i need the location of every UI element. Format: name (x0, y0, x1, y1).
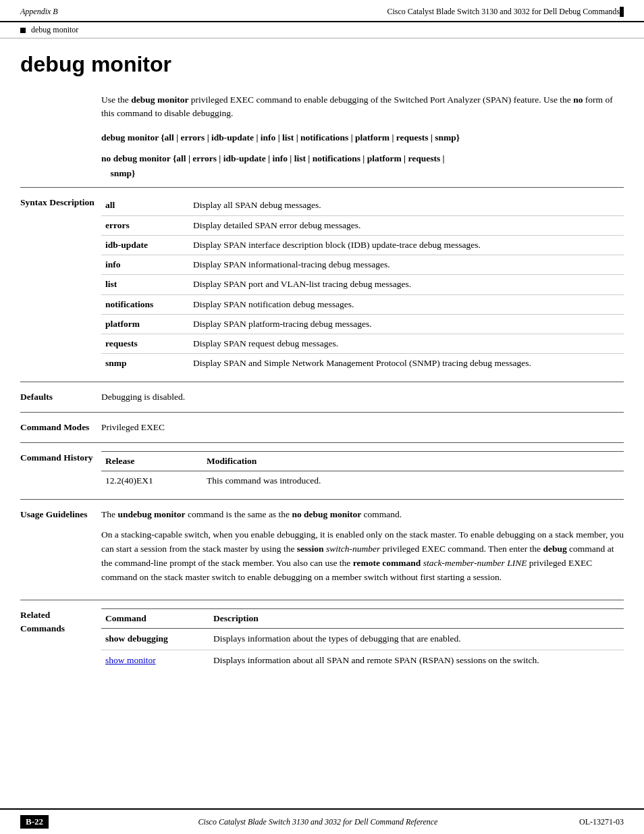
debug-bold: debug (543, 544, 566, 554)
command-modes-content: Privileged EXEC (101, 421, 624, 434)
command-modes-section: Command Modes Privileged EXEC (20, 412, 624, 442)
defaults-section: Defaults Debugging is disabled. (20, 382, 624, 412)
syntax-def: Display SPAN notification debug messages… (189, 294, 624, 314)
syntax-def: Display SPAN informational-tracing debug… (189, 255, 624, 275)
footer-center: Cisco Catalyst Blade Switch 3130 and 303… (57, 817, 579, 827)
syntax-term: errors (101, 215, 189, 235)
syntax-table-row: infoDisplay SPAN informational-tracing d… (101, 255, 624, 275)
related-cmd-row: show monitorDisplays information about a… (101, 650, 624, 671)
syntax-term: notifications (101, 294, 189, 314)
main-content: debug monitor Use the debug monitor priv… (0, 38, 644, 692)
page-footer: B-22 Cisco Catalyst Blade Switch 3130 an… (0, 808, 644, 834)
syntax-term: list (101, 275, 189, 294)
footer-left: B-22 (20, 815, 57, 829)
related-commands-content: Command Description show debuggingDispla… (101, 608, 624, 671)
command-modes-label: Command Modes (20, 421, 101, 434)
usage-guidelines-content: The undebug monitor command is the same … (101, 508, 624, 592)
stack-member-italic: stack-member-number LINE (423, 558, 527, 568)
syntax-table-row: snmpDisplay SPAN and Simple Network Mana… (101, 354, 624, 373)
syntax-cmd1: debug monitor {all | errors | idb-update… (101, 132, 460, 142)
intro-bold: debug monitor (131, 95, 188, 105)
syntax-term: requests (101, 334, 189, 354)
rel-cmd-col1: Command (101, 609, 209, 629)
header-right-text: Cisco Catalyst Blade Switch 3130 and 303… (387, 7, 620, 17)
rel-cmd-col2: Description (209, 609, 624, 629)
intro-paragraph: Use the debug monitor privileged EXEC co… (101, 93, 624, 121)
session-bold: session (297, 544, 324, 554)
syntax-def: Display SPAN platform-tracing debug mess… (189, 314, 624, 334)
syntax-description-section: Syntax Description allDisplay all SPAN d… (20, 187, 624, 381)
syntax-def: Display all SPAN debug messages. (189, 196, 624, 215)
intro-text-post: privileged EXEC command to enable debugg… (188, 95, 573, 105)
page-header: Appendix B Cisco Catalyst Blade Switch 3… (0, 0, 644, 22)
syntax-term: snmp (101, 354, 189, 373)
header-right-bar (620, 7, 624, 17)
syntax-def: Display SPAN port and VLAN-list tracing … (189, 275, 624, 294)
command-history-table: Release Modification 12.2(40)EX1This com… (101, 451, 624, 491)
syntax-table-row: listDisplay SPAN port and VLAN-list trac… (101, 275, 624, 294)
syntax-def: Display SPAN and Simple Network Manageme… (189, 354, 624, 373)
intro-text-pre: Use the (101, 95, 131, 105)
syntax-table-row: notificationsDisplay SPAN notification d… (101, 294, 624, 314)
syntax-line2: no debug monitor {all | errors | idb-upd… (101, 151, 624, 180)
command-history-content: Release Modification 12.2(40)EX1This com… (101, 451, 624, 491)
syntax-table-row: idb-updateDisplay SPAN interface descrip… (101, 235, 624, 255)
related-cmd-name: show debugging (101, 629, 209, 650)
syntax-term: idb-update (101, 235, 189, 255)
cmd-history-release: 12.2(40)EX1 (101, 471, 203, 491)
syntax-def: Display SPAN interface description block… (189, 235, 624, 255)
usage-guidelines-label: Usage Guidelines (20, 508, 101, 592)
syntax-table-row: allDisplay all SPAN debug messages. (101, 196, 624, 215)
syntax-line1: debug monitor {all | errors | idb-update… (101, 130, 624, 145)
syntax-def: Display SPAN request debug messages. (189, 334, 624, 354)
related-commands-label: Related Commands (20, 608, 101, 671)
command-history-section: Command History Release Modification 12.… (20, 442, 624, 499)
syntax-term: info (101, 255, 189, 275)
syntax-cmd2: no debug monitor {all | errors | idb-upd… (101, 153, 445, 178)
syntax-description-content: allDisplay all SPAN debug messages.error… (101, 196, 624, 373)
related-cmd-link[interactable]: show monitor (105, 655, 156, 665)
footer-right: OL-13271-03 (579, 817, 624, 827)
syntax-term: platform (101, 314, 189, 334)
syntax-table-row: requestsDisplay SPAN request debug messa… (101, 334, 624, 354)
breadcrumb-text: debug monitor (31, 25, 78, 35)
page-title: debug monitor (20, 52, 624, 77)
defaults-content: Debugging is disabled. (101, 390, 624, 404)
syntax-table-row: errorsDisplay detailed SPAN error debug … (101, 215, 624, 235)
header-left: Appendix B (20, 7, 58, 17)
header-right-group: Cisco Catalyst Blade Switch 3130 and 303… (387, 7, 624, 17)
undebug-bold: undebug monitor (117, 509, 185, 519)
no-debug-bold: no debug monitor (292, 509, 361, 519)
breadcrumb: debug monitor (0, 22, 644, 38)
defaults-label: Defaults (20, 390, 101, 404)
usage-para2: On a stacking-capable switch, when you e… (101, 528, 624, 585)
related-cmd-desc: Displays information about all SPAN and … (209, 650, 624, 671)
syntax-term: all (101, 196, 189, 215)
intro-no: no (573, 95, 583, 105)
cmd-history-row: 12.2(40)EX1This command was introduced. (101, 471, 624, 491)
syntax-table: allDisplay all SPAN debug messages.error… (101, 196, 624, 373)
usage-para1: The undebug monitor command is the same … (101, 508, 624, 522)
remote-cmd-bold: remote command (353, 558, 421, 568)
command-history-label: Command History (20, 451, 101, 491)
breadcrumb-bullet (20, 28, 26, 33)
related-commands-section: Related Commands Command Description sho… (20, 600, 624, 679)
syntax-description-label: Syntax Description (20, 196, 101, 373)
related-cmd-name[interactable]: show monitor (101, 650, 209, 671)
usage-guidelines-section: Usage Guidelines The undebug monitor com… (20, 499, 624, 600)
switch-num-italic: switch-number (326, 544, 380, 554)
related-cmd-desc: Displays information about the types of … (209, 629, 624, 650)
cmd-history-col1: Release (101, 452, 203, 471)
syntax-table-row: platformDisplay SPAN platform-tracing de… (101, 314, 624, 334)
cmd-history-mod: This command was introduced. (203, 471, 624, 491)
syntax-def: Display detailed SPAN error debug messag… (189, 215, 624, 235)
related-commands-table: Command Description show debuggingDispla… (101, 608, 624, 671)
footer-page-num: B-22 (20, 815, 49, 829)
related-cmd-row: show debuggingDisplays information about… (101, 629, 624, 650)
cmd-history-col2: Modification (203, 452, 624, 471)
